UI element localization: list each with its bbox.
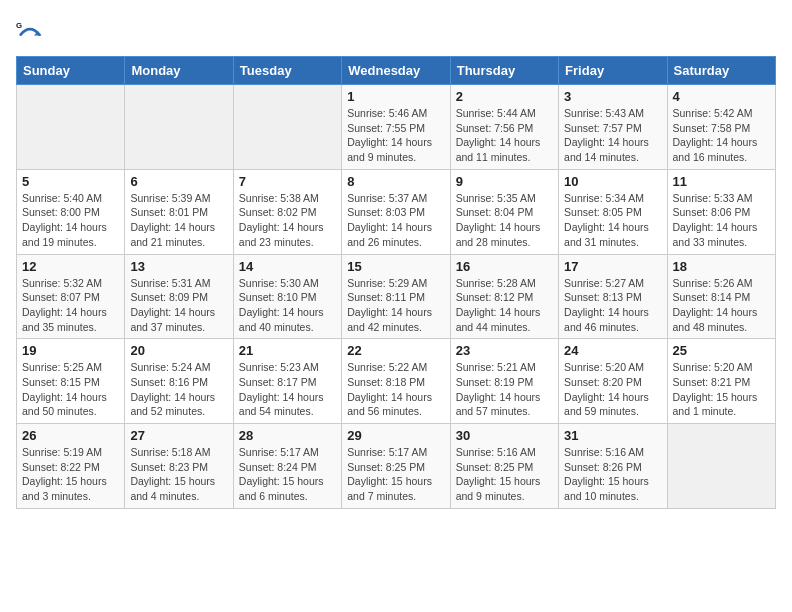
- logo: G: [16, 16, 48, 44]
- calendar-day-cell: [125, 85, 233, 170]
- day-number: 2: [456, 89, 553, 104]
- day-number: 14: [239, 259, 336, 274]
- day-info: Sunrise: 5:26 AM Sunset: 8:14 PM Dayligh…: [673, 276, 770, 335]
- day-number: 7: [239, 174, 336, 189]
- calendar-day-cell: 27Sunrise: 5:18 AM Sunset: 8:23 PM Dayli…: [125, 424, 233, 509]
- day-of-week-header: Wednesday: [342, 57, 450, 85]
- calendar-week-row: 5Sunrise: 5:40 AM Sunset: 8:00 PM Daylig…: [17, 169, 776, 254]
- calendar-table: SundayMondayTuesdayWednesdayThursdayFrid…: [16, 56, 776, 509]
- calendar-day-cell: 2Sunrise: 5:44 AM Sunset: 7:56 PM Daylig…: [450, 85, 558, 170]
- day-number: 16: [456, 259, 553, 274]
- day-number: 13: [130, 259, 227, 274]
- day-number: 30: [456, 428, 553, 443]
- day-info: Sunrise: 5:19 AM Sunset: 8:22 PM Dayligh…: [22, 445, 119, 504]
- day-number: 1: [347, 89, 444, 104]
- day-info: Sunrise: 5:34 AM Sunset: 8:05 PM Dayligh…: [564, 191, 661, 250]
- day-number: 12: [22, 259, 119, 274]
- day-number: 18: [673, 259, 770, 274]
- calendar-week-row: 19Sunrise: 5:25 AM Sunset: 8:15 PM Dayli…: [17, 339, 776, 424]
- day-of-week-header: Tuesday: [233, 57, 341, 85]
- day-info: Sunrise: 5:24 AM Sunset: 8:16 PM Dayligh…: [130, 360, 227, 419]
- calendar-day-cell: 21Sunrise: 5:23 AM Sunset: 8:17 PM Dayli…: [233, 339, 341, 424]
- calendar-day-cell: 5Sunrise: 5:40 AM Sunset: 8:00 PM Daylig…: [17, 169, 125, 254]
- calendar-day-cell: 7Sunrise: 5:38 AM Sunset: 8:02 PM Daylig…: [233, 169, 341, 254]
- day-number: 28: [239, 428, 336, 443]
- calendar-day-cell: 20Sunrise: 5:24 AM Sunset: 8:16 PM Dayli…: [125, 339, 233, 424]
- calendar-day-cell: 25Sunrise: 5:20 AM Sunset: 8:21 PM Dayli…: [667, 339, 775, 424]
- calendar-week-row: 26Sunrise: 5:19 AM Sunset: 8:22 PM Dayli…: [17, 424, 776, 509]
- calendar-day-cell: [667, 424, 775, 509]
- day-number: 11: [673, 174, 770, 189]
- calendar-day-cell: 11Sunrise: 5:33 AM Sunset: 8:06 PM Dayli…: [667, 169, 775, 254]
- day-info: Sunrise: 5:46 AM Sunset: 7:55 PM Dayligh…: [347, 106, 444, 165]
- day-number: 4: [673, 89, 770, 104]
- day-number: 10: [564, 174, 661, 189]
- day-number: 31: [564, 428, 661, 443]
- day-number: 21: [239, 343, 336, 358]
- calendar-day-cell: 31Sunrise: 5:16 AM Sunset: 8:26 PM Dayli…: [559, 424, 667, 509]
- day-number: 25: [673, 343, 770, 358]
- day-info: Sunrise: 5:39 AM Sunset: 8:01 PM Dayligh…: [130, 191, 227, 250]
- calendar-day-cell: [17, 85, 125, 170]
- day-info: Sunrise: 5:30 AM Sunset: 8:10 PM Dayligh…: [239, 276, 336, 335]
- calendar-day-cell: 9Sunrise: 5:35 AM Sunset: 8:04 PM Daylig…: [450, 169, 558, 254]
- calendar-day-cell: 22Sunrise: 5:22 AM Sunset: 8:18 PM Dayli…: [342, 339, 450, 424]
- day-number: 17: [564, 259, 661, 274]
- day-number: 27: [130, 428, 227, 443]
- calendar-day-cell: 3Sunrise: 5:43 AM Sunset: 7:57 PM Daylig…: [559, 85, 667, 170]
- day-number: 5: [22, 174, 119, 189]
- calendar-day-cell: 8Sunrise: 5:37 AM Sunset: 8:03 PM Daylig…: [342, 169, 450, 254]
- day-info: Sunrise: 5:42 AM Sunset: 7:58 PM Dayligh…: [673, 106, 770, 165]
- calendar-day-cell: 16Sunrise: 5:28 AM Sunset: 8:12 PM Dayli…: [450, 254, 558, 339]
- day-number: 3: [564, 89, 661, 104]
- day-info: Sunrise: 5:21 AM Sunset: 8:19 PM Dayligh…: [456, 360, 553, 419]
- calendar-day-cell: 26Sunrise: 5:19 AM Sunset: 8:22 PM Dayli…: [17, 424, 125, 509]
- calendar-day-cell: 1Sunrise: 5:46 AM Sunset: 7:55 PM Daylig…: [342, 85, 450, 170]
- day-info: Sunrise: 5:38 AM Sunset: 8:02 PM Dayligh…: [239, 191, 336, 250]
- day-of-week-header: Thursday: [450, 57, 558, 85]
- day-info: Sunrise: 5:35 AM Sunset: 8:04 PM Dayligh…: [456, 191, 553, 250]
- calendar-week-row: 1Sunrise: 5:46 AM Sunset: 7:55 PM Daylig…: [17, 85, 776, 170]
- day-info: Sunrise: 5:40 AM Sunset: 8:00 PM Dayligh…: [22, 191, 119, 250]
- day-number: 29: [347, 428, 444, 443]
- day-number: 26: [22, 428, 119, 443]
- day-info: Sunrise: 5:17 AM Sunset: 8:25 PM Dayligh…: [347, 445, 444, 504]
- day-of-week-header: Friday: [559, 57, 667, 85]
- day-info: Sunrise: 5:23 AM Sunset: 8:17 PM Dayligh…: [239, 360, 336, 419]
- day-info: Sunrise: 5:25 AM Sunset: 8:15 PM Dayligh…: [22, 360, 119, 419]
- calendar-day-cell: 15Sunrise: 5:29 AM Sunset: 8:11 PM Dayli…: [342, 254, 450, 339]
- day-info: Sunrise: 5:33 AM Sunset: 8:06 PM Dayligh…: [673, 191, 770, 250]
- calendar-day-cell: 6Sunrise: 5:39 AM Sunset: 8:01 PM Daylig…: [125, 169, 233, 254]
- day-of-week-header: Sunday: [17, 57, 125, 85]
- day-info: Sunrise: 5:22 AM Sunset: 8:18 PM Dayligh…: [347, 360, 444, 419]
- day-of-week-header: Saturday: [667, 57, 775, 85]
- day-number: 6: [130, 174, 227, 189]
- day-info: Sunrise: 5:27 AM Sunset: 8:13 PM Dayligh…: [564, 276, 661, 335]
- calendar-day-cell: 24Sunrise: 5:20 AM Sunset: 8:20 PM Dayli…: [559, 339, 667, 424]
- day-info: Sunrise: 5:32 AM Sunset: 8:07 PM Dayligh…: [22, 276, 119, 335]
- calendar-day-cell: 12Sunrise: 5:32 AM Sunset: 8:07 PM Dayli…: [17, 254, 125, 339]
- calendar-day-cell: 30Sunrise: 5:16 AM Sunset: 8:25 PM Dayli…: [450, 424, 558, 509]
- day-info: Sunrise: 5:18 AM Sunset: 8:23 PM Dayligh…: [130, 445, 227, 504]
- day-info: Sunrise: 5:37 AM Sunset: 8:03 PM Dayligh…: [347, 191, 444, 250]
- day-number: 9: [456, 174, 553, 189]
- calendar-day-cell: 17Sunrise: 5:27 AM Sunset: 8:13 PM Dayli…: [559, 254, 667, 339]
- day-info: Sunrise: 5:43 AM Sunset: 7:57 PM Dayligh…: [564, 106, 661, 165]
- day-info: Sunrise: 5:28 AM Sunset: 8:12 PM Dayligh…: [456, 276, 553, 335]
- calendar-day-cell: 19Sunrise: 5:25 AM Sunset: 8:15 PM Dayli…: [17, 339, 125, 424]
- day-number: 22: [347, 343, 444, 358]
- calendar-day-cell: 10Sunrise: 5:34 AM Sunset: 8:05 PM Dayli…: [559, 169, 667, 254]
- day-number: 23: [456, 343, 553, 358]
- day-info: Sunrise: 5:29 AM Sunset: 8:11 PM Dayligh…: [347, 276, 444, 335]
- day-number: 19: [22, 343, 119, 358]
- day-of-week-header: Monday: [125, 57, 233, 85]
- calendar-day-cell: [233, 85, 341, 170]
- day-info: Sunrise: 5:44 AM Sunset: 7:56 PM Dayligh…: [456, 106, 553, 165]
- day-number: 24: [564, 343, 661, 358]
- day-info: Sunrise: 5:20 AM Sunset: 8:20 PM Dayligh…: [564, 360, 661, 419]
- calendar-day-cell: 28Sunrise: 5:17 AM Sunset: 8:24 PM Dayli…: [233, 424, 341, 509]
- day-info: Sunrise: 5:17 AM Sunset: 8:24 PM Dayligh…: [239, 445, 336, 504]
- calendar-day-cell: 4Sunrise: 5:42 AM Sunset: 7:58 PM Daylig…: [667, 85, 775, 170]
- calendar-day-cell: 23Sunrise: 5:21 AM Sunset: 8:19 PM Dayli…: [450, 339, 558, 424]
- day-info: Sunrise: 5:31 AM Sunset: 8:09 PM Dayligh…: [130, 276, 227, 335]
